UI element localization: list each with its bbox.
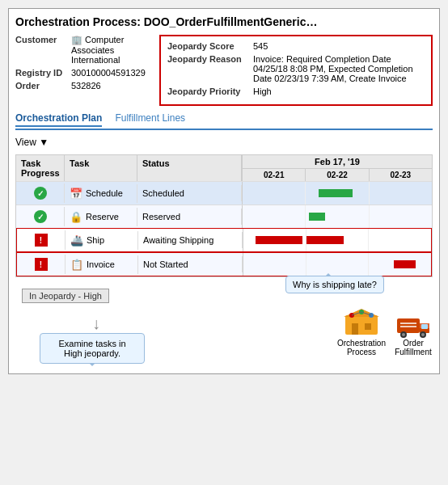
ship-bar-col-0	[243, 229, 306, 251]
view-dropdown[interactable]: View ▼	[15, 137, 49, 148]
reserve-task-icon: 🔒	[70, 211, 82, 223]
gantt-col-header-task: Task	[65, 155, 137, 181]
down-arrow-icon: ↓	[48, 314, 145, 333]
gantt-date-col-2: 02-23	[370, 169, 432, 181]
tabs-bar: Orchestration Plan Fulfillment Lines	[15, 112, 433, 130]
reserve-status-text: Reserved	[137, 209, 242, 225]
reserve-task: 🔒 Reserve	[65, 208, 137, 226]
jeopardy-score-value: 545	[253, 41, 268, 51]
schedule-status-text: Scheduled	[137, 185, 242, 201]
gantt-row-reserve-left: ✓ 🔒 Reserve Reserved	[16, 205, 243, 228]
orchestration-process-icon	[342, 306, 381, 339]
ship-tooltip-area: Why is shipping late?	[285, 276, 384, 293]
schedule-task: 📅 Schedule	[65, 184, 137, 203]
orchestration-process-icon-item[interactable]: Orchestration Process	[337, 306, 386, 356]
view-bar: View ▼	[15, 137, 433, 148]
order-fulfillment-icon	[394, 306, 433, 339]
header-section: Customer 🏢 Computer Associates Internati…	[15, 35, 433, 106]
reserve-status: ✓	[16, 207, 65, 226]
reserve-bar-col-2	[370, 205, 432, 228]
order-fulfillment-label2: Fulfillment	[395, 348, 432, 356]
gantt-date-top: Feb 17, '19	[243, 155, 432, 169]
invoice-task: 📋 Invoice	[66, 255, 138, 274]
error-icon-ship: !	[35, 234, 48, 247]
invoice-bar-col-0	[243, 253, 306, 276]
schedule-task-icon: 📅	[70, 188, 82, 200]
reserve-bars	[243, 205, 432, 228]
jeopardy-score-row: Jeopardy Score 545	[167, 41, 425, 51]
svg-rect-2	[352, 323, 358, 335]
bottom-row: ↓ Examine tasks in High jeopardy.	[15, 306, 433, 367]
schedule-bar-col-2	[370, 182, 432, 205]
gantt-date-cols: 02-21 02-22 02-23	[243, 169, 432, 181]
customer-value: 🏢 Computer Associates International	[71, 35, 153, 65]
svg-rect-9	[397, 318, 420, 333]
arrow-area: ↓ Examine tasks in High jeopardy.	[40, 314, 145, 367]
reserve-bar-col-0	[243, 205, 306, 228]
jeopardy-reason-row: Jeopardy Reason Invoice: Required Comple…	[167, 54, 425, 83]
orchestration-process-label2: Process	[347, 348, 376, 356]
invoice-bar-col-1	[306, 253, 370, 276]
invoice-bars	[243, 253, 431, 276]
order-label: Order	[15, 81, 68, 91]
ok-icon-schedule: ✓	[34, 187, 47, 200]
jeopardy-priority-row: Jeopardy Priority High	[167, 86, 425, 96]
svg-rect-3	[365, 323, 371, 330]
jeopardy-priority-value: High	[253, 86, 272, 96]
gantt-row-schedule: ✓ 📅 Schedule Scheduled	[16, 181, 432, 205]
schedule-bar-col-0	[243, 182, 306, 205]
ship-bars	[243, 229, 431, 251]
main-container: Orchestration Process: DOO_OrderFulfillm…	[8, 8, 440, 374]
tab-fulfillment-lines[interactable]: Fulfillment Lines	[115, 112, 185, 127]
fulfillment-svg	[395, 307, 431, 338]
gantt-date-col-0: 02-21	[243, 169, 306, 181]
gantt-date-section: Feb 17, '19 02-21 02-22 02-23	[243, 155, 432, 181]
schedule-bar	[319, 189, 353, 197]
reserve-bar	[309, 213, 324, 221]
jeopardy-reason-label: Jeopardy Reason	[167, 54, 248, 64]
ship-status: !	[17, 230, 66, 250]
order-fulfillment-label1: Order	[403, 339, 424, 348]
reserve-bar-col-1	[306, 205, 369, 228]
jeopardy-score-label: Jeopardy Score	[167, 41, 248, 51]
ship-status-text: Awaiting Shipping	[138, 232, 243, 248]
ship-bar	[256, 236, 302, 244]
schedule-bars	[243, 182, 432, 205]
ship-bar-col-2	[369, 229, 431, 251]
page-title: Orchestration Process: DOO_OrderFulfillm…	[15, 15, 433, 28]
tab-orchestration-plan[interactable]: Orchestration Plan	[15, 112, 102, 127]
invoice-status-text: Not Started	[138, 256, 243, 272]
reserve-task-name: Reserve	[86, 212, 119, 221]
gantt-row-reserve: ✓ 🔒 Reserve Reserved	[16, 205, 432, 228]
gantt-date-col-1: 02-22	[306, 169, 369, 181]
invoice-task-name: Invoice	[87, 259, 115, 269]
ship-tooltip-bubble: Why is shipping late?	[285, 276, 384, 293]
ok-icon-reserve: ✓	[34, 210, 47, 223]
customer-icon: 🏢	[71, 35, 82, 44]
jeopardy-priority-label: Jeopardy Priority	[167, 86, 248, 96]
customer-row: Customer 🏢 Computer Associates Internati…	[15, 35, 153, 65]
jeopardy-badge-area: In Jeopardy - High	[15, 284, 109, 303]
schedule-task-name: Schedule	[86, 188, 123, 198]
svg-rect-0	[345, 315, 378, 335]
examine-tooltip-bubble: Examine tasks in High jeopardy.	[40, 333, 145, 364]
svg-point-13	[402, 333, 405, 336]
gantt-row-schedule-left: ✓ 📅 Schedule Scheduled	[16, 182, 243, 205]
gantt-row-invoice: ! 📋 Invoice Not Started	[16, 252, 432, 276]
registry-value: 300100004591329	[71, 68, 146, 78]
orchestration-process-label1: Orchestration	[337, 339, 386, 348]
gantt-row-ship: ! 🚢 Ship Awaiting Shipping	[16, 228, 432, 252]
below-gantt: In Jeopardy - High Why is shipping late?	[15, 284, 433, 303]
gantt-header: Task Progress Task Status Feb 17, '19 02…	[16, 155, 432, 181]
gantt-row-ship-left: ! 🚢 Ship Awaiting Shipping	[17, 229, 243, 251]
invoice-status: !	[17, 255, 66, 274]
order-value: 532826	[71, 81, 101, 91]
ship-task-name: Ship	[87, 235, 104, 245]
order-fulfillment-icon-item[interactable]: Order Fulfillment	[394, 306, 433, 356]
orchestration-svg	[344, 307, 379, 338]
gantt-col-header-progress: Task Progress	[16, 155, 65, 181]
gantt-col-header-status: Status	[137, 155, 242, 181]
jeopardy-reason-value: Invoice: Required Completion Date 04/25/…	[253, 54, 425, 83]
order-row: Order 532826	[15, 81, 153, 91]
gantt-container: Task Progress Task Status Feb 17, '19 02…	[15, 154, 433, 277]
